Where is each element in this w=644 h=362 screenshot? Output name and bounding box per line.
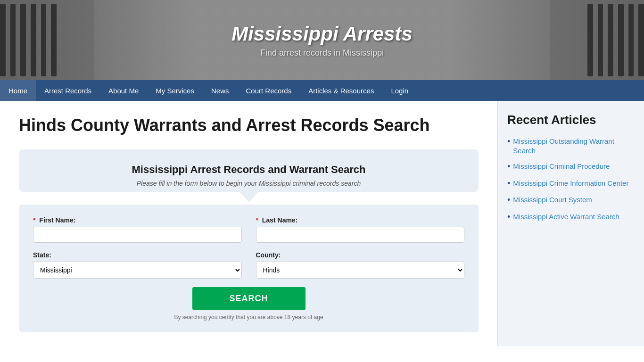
arrow-down-icon: [239, 192, 258, 202]
first-name-label: * First Name:: [33, 216, 242, 224]
sidebar-link-active-warrant[interactable]: Mississippi Active Warrant Search: [513, 212, 619, 222]
site-subtitle: Find arrest records in Mississippi: [231, 48, 413, 58]
content-area: Hinds County Warrants and Arrest Records…: [0, 101, 498, 346]
county-select[interactable]: Hinds Adams Alcorn Amite Attala: [256, 262, 465, 279]
sidebar-title: Recent Articles: [507, 113, 635, 127]
last-name-input[interactable]: [256, 227, 465, 243]
county-label: County:: [256, 251, 465, 259]
nav-about-me[interactable]: About Me: [100, 80, 147, 101]
bar: [10, 4, 16, 76]
bar: [31, 4, 36, 76]
sidebar-link-court-system[interactable]: Mississippi Court System: [513, 195, 592, 205]
sidebar-link-outstanding-warrant[interactable]: Mississippi Outstanding Warrant Search: [513, 137, 635, 155]
required-star: *: [33, 216, 35, 224]
location-row: State: Mississippi Alabama Arkansas Loui…: [33, 251, 464, 279]
bar: [20, 4, 26, 76]
nav-news[interactable]: News: [203, 80, 238, 101]
bullet-icon: •: [507, 212, 510, 222]
bars-right: [587, 0, 644, 80]
search-button[interactable]: SEARCH: [192, 287, 305, 310]
bar: [41, 4, 47, 76]
search-form-container: * First Name: * Last Name: State:: [19, 205, 479, 332]
nav-court-records[interactable]: Court Records: [237, 80, 300, 101]
bullet-icon: •: [507, 179, 510, 189]
sidebar-link-criminal-procedure[interactable]: Mississippi Criminal Procedure: [513, 162, 610, 171]
bullet-icon: •: [507, 195, 510, 206]
form-disclaimer: By searching you certify that you are ab…: [33, 314, 464, 321]
list-item: • Mississippi Active Warrant Search: [507, 212, 635, 222]
site-title: Mississippi Arrests: [231, 23, 413, 45]
list-item: • Mississippi Crime Information Center: [507, 179, 635, 189]
last-name-label: * Last Name:: [256, 216, 465, 224]
nav-bar: Home Arrest Records About Me My Services…: [0, 80, 644, 101]
first-name-input[interactable]: [33, 227, 242, 243]
hands-right-decoration: [550, 0, 644, 80]
bar: [51, 4, 57, 76]
list-item: • Mississippi Court System: [507, 195, 635, 206]
state-group: State: Mississippi Alabama Arkansas Loui…: [33, 251, 242, 279]
bar: [0, 4, 6, 76]
nav-arrest-records[interactable]: Arrest Records: [36, 80, 100, 101]
search-card-subtitle: Please fill in the form below to begin y…: [33, 180, 464, 187]
bullet-icon: •: [507, 162, 510, 172]
name-row: * First Name: * Last Name:: [33, 216, 464, 243]
list-item: • Mississippi Criminal Procedure: [507, 162, 635, 172]
bar: [638, 4, 644, 76]
bars-left: [0, 0, 57, 80]
nav-login[interactable]: Login: [382, 80, 417, 101]
county-group: County: Hinds Adams Alcorn Amite Attala: [256, 251, 465, 279]
first-name-group: * First Name:: [33, 216, 242, 243]
main-container: Hinds County Warrants and Arrest Records…: [0, 101, 644, 346]
bar: [598, 4, 603, 76]
state-select[interactable]: Mississippi Alabama Arkansas Louisiana T…: [33, 262, 242, 279]
required-star-2: *: [256, 216, 258, 224]
header-text: Mississippi Arrests Find arrest records …: [231, 23, 413, 58]
bar: [587, 4, 593, 76]
search-card-title: Mississippi Arrest Records and Warrant S…: [33, 164, 464, 176]
last-name-group: * Last Name:: [256, 216, 465, 243]
bullet-icon: •: [507, 137, 510, 147]
nav-my-services[interactable]: My Services: [147, 80, 203, 101]
sidebar: Recent Articles • Mississippi Outstandin…: [498, 101, 644, 346]
bar: [628, 4, 634, 76]
list-item: • Mississippi Outstanding Warrant Search: [507, 137, 635, 155]
nav-home[interactable]: Home: [0, 80, 36, 101]
page-title: Hinds County Warrants and Arrest Records…: [19, 115, 479, 135]
header-banner: Mississippi Arrests Find arrest records …: [0, 0, 644, 80]
sidebar-links: • Mississippi Outstanding Warrant Search…: [507, 137, 635, 222]
hands-left-decoration: [0, 0, 94, 80]
state-label: State:: [33, 251, 242, 259]
sidebar-link-crime-information[interactable]: Mississippi Crime Information Center: [513, 179, 628, 188]
bar: [618, 4, 624, 76]
search-card-header: Mississippi Arrest Records and Warrant S…: [19, 149, 479, 192]
bar: [608, 4, 613, 76]
nav-articles-resources[interactable]: Articles & Resources: [300, 80, 382, 101]
